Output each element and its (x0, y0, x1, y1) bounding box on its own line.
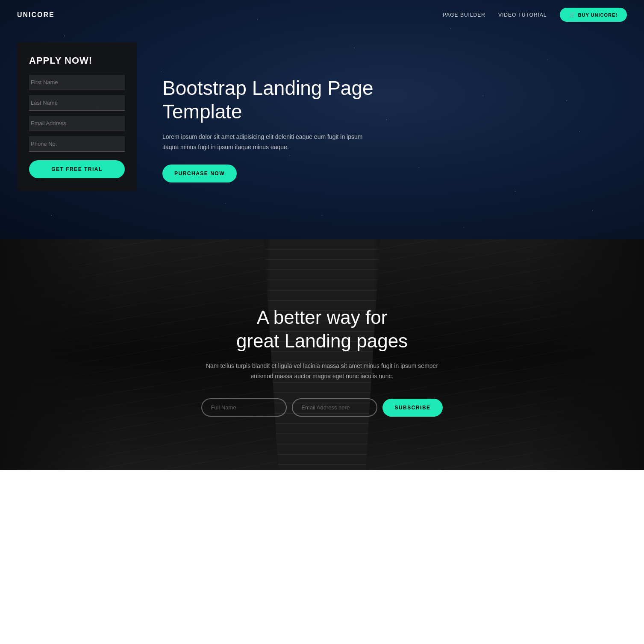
nav-links: PAGE BUILDER VIDEO TUTORIAL 🛒 BUY UNICOR… (443, 8, 627, 22)
get-free-trial-button[interactable]: GET FREE TRIAL (29, 160, 125, 178)
form-title: APPLY NOW! (29, 55, 125, 66)
escalator-section: A better way for great Landing pages Nam… (0, 239, 644, 470)
last-name-input[interactable] (29, 95, 125, 111)
hero-section: UNICORE PAGE BUILDER VIDEO TUTORIAL 🛒 BU… (0, 0, 644, 239)
subscribe-fullname-input[interactable] (201, 398, 287, 417)
first-name-input[interactable] (29, 75, 125, 90)
apply-form-card: APPLY NOW! GET FREE TRIAL (17, 42, 137, 191)
navbar: UNICORE PAGE BUILDER VIDEO TUTORIAL 🛒 BU… (0, 0, 644, 29)
hero-text-block: Bootstrap Landing Page Template Lorem ip… (162, 42, 376, 182)
brand-logo: UNICORE (17, 11, 55, 19)
hero-title: Bootstrap Landing Page Template (162, 76, 376, 124)
escalator-content: A better way for great Landing pages Nam… (181, 271, 463, 438)
purchase-now-button[interactable]: PURCHASE NOW (162, 165, 237, 182)
cart-icon: 🛒 (569, 12, 576, 18)
subscribe-email-input[interactable] (292, 398, 377, 417)
video-tutorial-link[interactable]: VIDEO TUTORIAL (498, 12, 547, 18)
escalator-title: A better way for great Landing pages (198, 306, 446, 353)
buy-unicore-button[interactable]: 🛒 BUY UNICORE! (560, 8, 627, 22)
phone-input[interactable] (29, 136, 125, 152)
page-builder-link[interactable]: PAGE BUILDER (443, 12, 485, 18)
escalator-description: Nam tellus turpis blandit et ligula vel … (198, 361, 446, 382)
subscribe-button[interactable]: SUBSCRIBE (382, 399, 442, 417)
hero-content: APPLY NOW! GET FREE TRIAL Bootstrap Land… (0, 29, 644, 217)
subscribe-row: SUBSCRIBE (198, 398, 446, 417)
email-input[interactable] (29, 116, 125, 131)
hero-description: Lorem ipsum dolor sit amet adipisicing e… (162, 132, 376, 153)
